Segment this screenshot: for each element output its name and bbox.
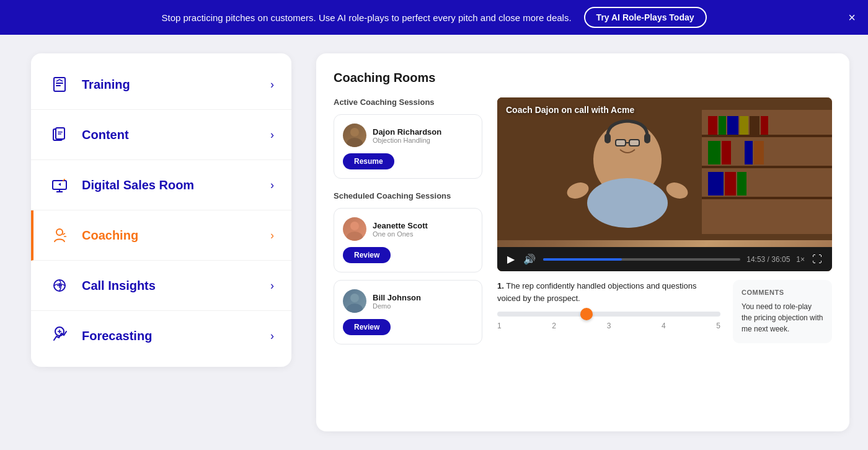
video-background	[497, 97, 832, 271]
panel-content: Active Coaching Sessions Dajon Richardso…	[334, 97, 832, 410]
video-progress-area[interactable]	[543, 258, 740, 261]
video-speed: 1×	[796, 255, 805, 264]
dajon-name: Dajon Richardson	[373, 127, 441, 137]
active-session-card-dajon: Dajon Richardson Objection Handling Resu…	[334, 114, 482, 179]
jeanette-subtitle: One on Ones	[373, 230, 428, 238]
svg-rect-6	[58, 133, 61, 135]
svg-point-14	[347, 232, 363, 241]
video-timestamp: 14:53 / 36:05	[746, 255, 790, 264]
comments-box: COMMENTS You need to role-play the prici…	[733, 280, 832, 343]
svg-rect-29	[722, 141, 731, 164]
comments-text: You need to role-play the pricing object…	[742, 301, 823, 335]
score-label-2: 2	[552, 322, 556, 330]
session-user-bill: Bill Johnson Demo	[343, 289, 473, 313]
avatar-bill	[343, 289, 366, 313]
call-insights-chevron: ›	[270, 279, 274, 292]
content-icon	[48, 124, 71, 146]
svg-rect-31	[745, 141, 753, 164]
svg-rect-26	[750, 116, 760, 135]
sidebar-item-training[interactable]: Training ›	[31, 60, 291, 110]
scoring-left: 1. The rep confidently handled objection…	[497, 280, 720, 343]
sidebar-item-dsr[interactable]: Digital Sales Room ›	[31, 160, 291, 210]
svg-point-44	[587, 178, 668, 228]
video-section: Coach Dajon on call with Acme	[497, 97, 832, 410]
svg-rect-23	[719, 116, 726, 135]
forecasting-label: Forecasting	[82, 329, 270, 343]
sidebar-item-forecasting[interactable]: Forecasting ›	[31, 311, 291, 361]
coaching-chevron: ›	[270, 229, 274, 242]
training-icon	[48, 73, 71, 96]
scheduled-section: Scheduled Coaching Sessions Jeanette Sco…	[334, 191, 482, 344]
svg-rect-5	[58, 132, 63, 133]
comments-title: COMMENTS	[742, 289, 823, 296]
play-button[interactable]: ▶	[506, 252, 516, 266]
volume-button[interactable]: 🔊	[522, 252, 537, 266]
fullscreen-button[interactable]: ⛶	[811, 253, 823, 266]
svg-rect-24	[727, 116, 738, 135]
svg-point-12	[347, 138, 363, 147]
session-user-dajon: Dajon Richardson Objection Handling	[343, 124, 473, 147]
sidebar-item-content[interactable]: Content ›	[31, 110, 291, 160]
review-button-jeanette[interactable]: Review	[343, 247, 391, 263]
top-banner: Stop practicing pitches on customers. Us…	[0, 0, 868, 35]
svg-rect-19	[702, 135, 832, 137]
score-slider-thumb	[580, 308, 593, 320]
svg-rect-42	[629, 140, 639, 146]
score-label-3: 3	[607, 322, 611, 330]
svg-rect-36	[748, 172, 760, 196]
panel-title: Coaching Rooms	[334, 71, 832, 85]
banner-cta-button[interactable]: Try AI Role-Plays Today	[584, 7, 707, 28]
score-labels: 1 2 3 4 5	[497, 322, 720, 330]
active-section-title: Active Coaching Sessions	[334, 97, 482, 107]
main-layout: Training › Content ›	[0, 35, 868, 450]
sidebar-item-coaching[interactable]: Coaching ›	[31, 210, 291, 261]
session-card-jeanette: Jeanette Scott One on Ones Review	[334, 208, 482, 272]
svg-rect-40	[644, 133, 650, 143]
svg-point-15	[350, 294, 359, 302]
coaching-rooms-panel: Coaching Rooms Active Coaching Sessions	[316, 53, 849, 431]
forecasting-chevron: ›	[270, 330, 274, 343]
session-card-bill: Bill Johnson Demo Review	[334, 280, 482, 344]
svg-rect-33	[708, 172, 724, 196]
banner-text: Stop practicing pitches on customers. Us…	[161, 12, 571, 23]
svg-point-8	[56, 229, 63, 235]
content-chevron: ›	[270, 128, 274, 142]
svg-rect-25	[740, 116, 748, 135]
svg-rect-27	[761, 116, 768, 135]
scoring-item-text: 1. The rep confidently handled objection…	[497, 280, 720, 304]
score-label-5: 5	[716, 322, 720, 330]
svg-rect-41	[616, 140, 626, 146]
sessions-column: Active Coaching Sessions Dajon Richardso…	[334, 97, 482, 410]
svg-rect-21	[702, 197, 832, 199]
svg-rect-20	[702, 166, 832, 168]
jeanette-name: Jeanette Scott	[373, 221, 428, 230]
sidebar-item-call-insights[interactable]: Call Insights ›	[31, 261, 291, 311]
review-button-bill[interactable]: Review	[343, 319, 391, 335]
call-insights-label: Call Insights	[82, 279, 270, 293]
session-info-dajon: Dajon Richardson Objection Handling	[373, 127, 441, 144]
dsr-chevron: ›	[270, 179, 274, 192]
dsr-label: Digital Sales Room	[82, 178, 270, 192]
dsr-icon	[48, 174, 71, 196]
score-slider-track	[497, 312, 720, 317]
svg-point-11	[350, 128, 359, 137]
avatar-dajon	[343, 124, 366, 147]
banner-close-button[interactable]: ×	[848, 11, 856, 24]
coaching-label: Coaching	[82, 228, 270, 243]
score-label-1: 1	[497, 322, 502, 330]
session-user-jeanette: Jeanette Scott One on Ones	[343, 217, 473, 241]
resume-button[interactable]: Resume	[343, 153, 394, 169]
session-info-bill: Bill Johnson Demo	[373, 293, 421, 310]
svg-rect-30	[732, 141, 743, 164]
scoring-section: 1. The rep confidently handled objection…	[497, 280, 832, 343]
coaching-icon	[48, 224, 71, 246]
session-info-jeanette: Jeanette Scott One on Ones	[373, 221, 428, 238]
score-slider[interactable]	[497, 312, 720, 317]
svg-point-13	[350, 222, 359, 230]
sidebar: Training › Content ›	[31, 53, 291, 367]
svg-rect-1	[56, 83, 63, 84]
call-insights-icon	[48, 274, 71, 297]
svg-rect-32	[754, 141, 764, 164]
training-chevron: ›	[270, 78, 274, 91]
video-player: Coach Dajon on call with Acme	[497, 97, 832, 271]
